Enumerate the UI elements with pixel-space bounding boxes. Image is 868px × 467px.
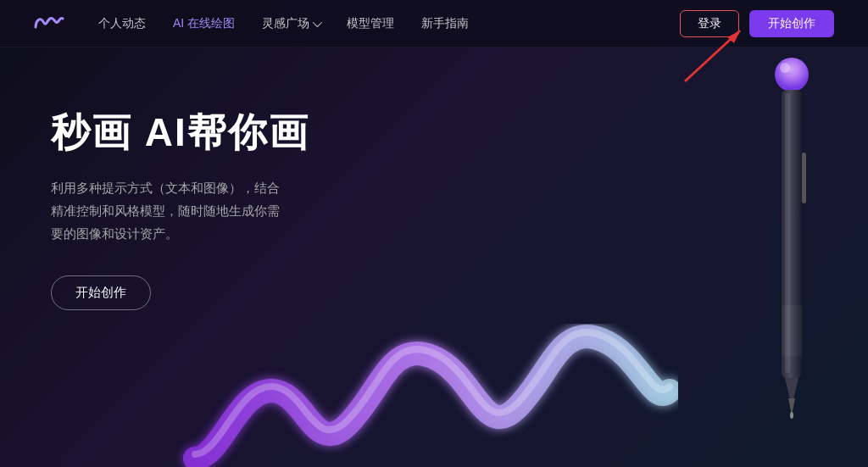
svg-point-2 — [775, 58, 809, 92]
nav-links: 个人动态 AI 在线绘图 灵感广场 模型管理 新手指南 — [98, 16, 680, 31]
logo[interactable] — [34, 12, 64, 36]
nav-model[interactable]: 模型管理 — [347, 16, 394, 31]
chevron-down-icon — [313, 17, 322, 26]
svg-point-3 — [780, 63, 790, 73]
hero-cta-button[interactable]: 开始创作 — [51, 275, 151, 310]
hero-title: 秒画 AI帮你画 — [51, 107, 868, 159]
nav-guide[interactable]: 新手指南 — [421, 16, 469, 31]
svg-point-7 — [790, 412, 793, 419]
stylus-pen — [766, 51, 817, 424]
start-create-button[interactable]: 开始创作 — [749, 10, 834, 37]
nav-inspiration[interactable]: 灵感广场 — [262, 16, 320, 31]
hero-section: 秒画 AI帮你画 利用多种提示方式（文本和图像），结合精准控制和风格模型，随时随… — [0, 47, 868, 310]
login-button[interactable]: 登录 — [680, 10, 739, 37]
hero-description: 利用多种提示方式（文本和图像），结合精准控制和风格模型，随时随地生成你需要的图像… — [51, 176, 288, 245]
svg-rect-8 — [802, 153, 806, 203]
nav-ai-draw[interactable]: AI 在线绘图 — [173, 16, 235, 31]
nav-actions: 登录 开始创作 — [680, 10, 834, 37]
navbar: 个人动态 AI 在线绘图 灵感广场 模型管理 新手指南 登录 开始创作 — [0, 0, 868, 47]
svg-rect-6 — [782, 305, 802, 356]
nav-personal[interactable]: 个人动态 — [98, 16, 146, 31]
